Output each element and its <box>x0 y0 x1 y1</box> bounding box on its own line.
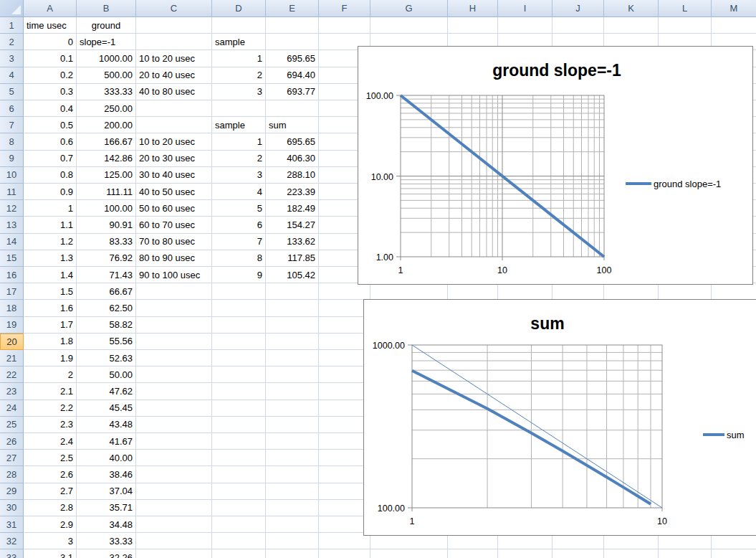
cell-E21[interactable] <box>266 350 319 367</box>
row-header-7[interactable]: 7 <box>0 117 24 133</box>
cell-E18[interactable] <box>266 300 319 316</box>
row-header-22[interactable]: 22 <box>0 367 24 383</box>
cell-L17[interactable] <box>659 283 712 300</box>
row-header-14[interactable]: 14 <box>0 234 24 250</box>
row-header-12[interactable]: 12 <box>0 200 24 217</box>
cell-E5[interactable]: 693.77 <box>266 84 319 100</box>
column-header-D[interactable]: D <box>212 0 266 17</box>
cell-E32[interactable] <box>266 533 319 549</box>
cell-A25[interactable]: 2.3 <box>24 417 77 433</box>
cell-A17[interactable]: 1.5 <box>24 283 77 300</box>
cell-A33[interactable]: 3.1 <box>24 549 77 558</box>
cell-B24[interactable]: 45.45 <box>77 400 136 417</box>
cell-B7[interactable]: 200.00 <box>77 117 136 133</box>
cell-B8[interactable]: 166.67 <box>77 133 136 150</box>
cell-C15[interactable]: 80 to 90 usec <box>136 250 212 267</box>
cell-C24[interactable] <box>136 400 212 417</box>
cell-C1[interactable] <box>136 17 212 34</box>
cell-C9[interactable]: 20 to 30 usec <box>136 151 212 167</box>
cell-E26[interactable] <box>266 433 319 450</box>
cell-E12[interactable]: 182.49 <box>266 200 319 217</box>
cell-B4[interactable]: 500.00 <box>77 67 136 84</box>
ground-chart[interactable]: 110100100.0010.001.00ground slope=-1grou… <box>358 46 753 285</box>
cell-J17[interactable] <box>552 283 604 300</box>
cell-B10[interactable]: 125.00 <box>77 167 136 184</box>
cell-M17[interactable] <box>712 283 756 300</box>
column-header-B[interactable]: B <box>77 0 136 17</box>
cell-E15[interactable]: 117.85 <box>266 250 319 267</box>
cell-A31[interactable]: 2.9 <box>24 516 77 533</box>
cell-D16[interactable]: 9 <box>212 267 266 283</box>
cell-E31[interactable] <box>266 516 319 533</box>
cell-B28[interactable]: 38.46 <box>77 466 136 483</box>
cell-B23[interactable]: 47.62 <box>77 383 136 399</box>
cell-E2[interactable] <box>266 34 319 50</box>
row-header-30[interactable]: 30 <box>0 500 24 516</box>
cell-E10[interactable]: 288.10 <box>266 167 319 184</box>
cell-K1[interactable] <box>604 17 659 34</box>
cell-B19[interactable]: 58.82 <box>77 317 136 334</box>
cell-C21[interactable] <box>136 350 212 367</box>
cell-E9[interactable]: 406.30 <box>266 151 319 167</box>
row-header-28[interactable]: 28 <box>0 466 24 483</box>
cell-C13[interactable]: 60 to 70 usec <box>136 217 212 233</box>
row-header-20[interactable]: 20 <box>0 334 24 350</box>
cell-A20[interactable]: 1.8 <box>24 334 77 350</box>
select-all-corner[interactable] <box>0 0 24 17</box>
cell-D33[interactable] <box>212 549 266 558</box>
column-header-I[interactable]: I <box>498 0 552 17</box>
row-header-25[interactable]: 25 <box>0 417 24 433</box>
cell-C16[interactable]: 90 to 100 usec <box>136 267 212 283</box>
cell-C19[interactable] <box>136 317 212 334</box>
sum-chart[interactable]: 1101000.00100.00sumsum <box>363 299 756 536</box>
cell-D17[interactable] <box>212 283 266 300</box>
cell-D30[interactable] <box>212 500 266 516</box>
column-header-J[interactable]: J <box>552 0 604 17</box>
cell-E30[interactable] <box>266 500 319 516</box>
cell-C3[interactable]: 10 to 20 usec <box>136 50 212 67</box>
cell-A3[interactable]: 0.1 <box>24 50 77 67</box>
cell-D24[interactable] <box>212 400 266 417</box>
cell-C26[interactable] <box>136 433 212 450</box>
cell-A8[interactable]: 0.6 <box>24 133 77 150</box>
cell-C18[interactable] <box>136 300 212 316</box>
cell-B29[interactable]: 37.04 <box>77 483 136 500</box>
cell-A26[interactable]: 2.4 <box>24 433 77 450</box>
row-header-17[interactable]: 17 <box>0 283 24 300</box>
cell-E33[interactable] <box>266 549 319 558</box>
cell-J1[interactable] <box>552 17 604 34</box>
cell-D29[interactable] <box>212 483 266 500</box>
cell-G1[interactable] <box>370 17 448 34</box>
cell-C25[interactable] <box>136 417 212 433</box>
cell-B21[interactable]: 52.63 <box>77 350 136 367</box>
cell-B26[interactable]: 41.67 <box>77 433 136 450</box>
cell-D21[interactable] <box>212 350 266 367</box>
cell-D27[interactable] <box>212 450 266 466</box>
row-header-19[interactable]: 19 <box>0 317 24 334</box>
cell-B14[interactable]: 83.33 <box>77 234 136 250</box>
cell-E28[interactable] <box>266 466 319 483</box>
row-header-18[interactable]: 18 <box>0 300 24 316</box>
cell-D6[interactable] <box>212 100 266 117</box>
cell-F1[interactable] <box>319 17 370 34</box>
cell-C12[interactable]: 50 to 60 usec <box>136 200 212 217</box>
cell-L33[interactable] <box>659 549 712 558</box>
cell-B27[interactable]: 40.00 <box>77 450 136 466</box>
cell-E7[interactable]: sum <box>266 117 319 133</box>
cell-E1[interactable] <box>266 17 319 34</box>
row-header-26[interactable]: 26 <box>0 433 24 450</box>
cell-E17[interactable] <box>266 283 319 300</box>
cell-A22[interactable]: 2 <box>24 367 77 383</box>
cell-E19[interactable] <box>266 317 319 334</box>
cell-A1[interactable]: time usec <box>24 17 77 34</box>
column-header-E[interactable]: E <box>266 0 319 17</box>
cell-E22[interactable] <box>266 367 319 383</box>
cell-D22[interactable] <box>212 367 266 383</box>
row-header-31[interactable]: 31 <box>0 516 24 533</box>
column-header-H[interactable]: H <box>448 0 498 17</box>
cell-A27[interactable]: 2.5 <box>24 450 77 466</box>
cell-C23[interactable] <box>136 383 212 399</box>
cell-B12[interactable]: 100.00 <box>77 200 136 217</box>
cell-D32[interactable] <box>212 533 266 549</box>
cell-D19[interactable] <box>212 317 266 334</box>
